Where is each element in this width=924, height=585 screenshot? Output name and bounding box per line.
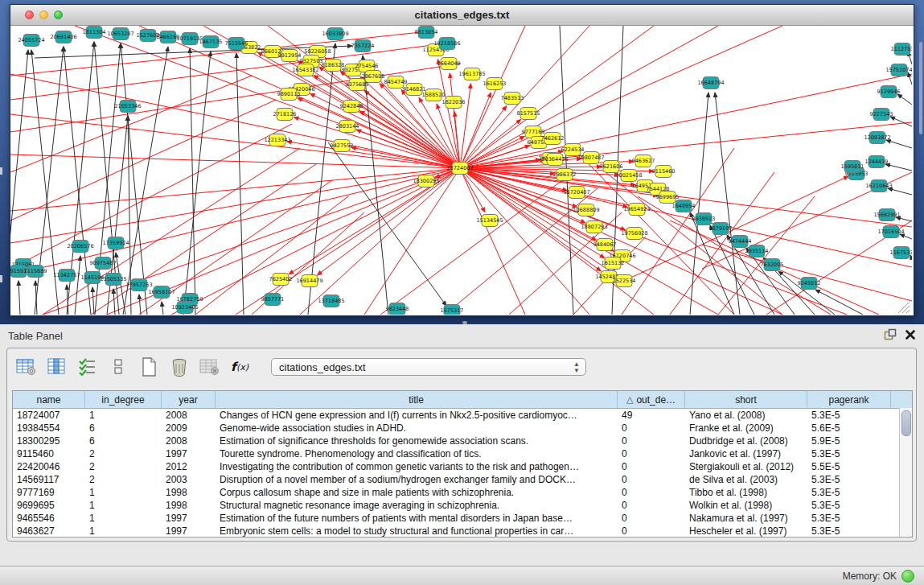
graph-node-teal[interactable]: 7632005 (761, 259, 784, 271)
table-cell[interactable]: 5.3E-5 (807, 447, 891, 460)
table-cell[interactable]: 9465546 (13, 512, 85, 525)
table-row[interactable]: 977716911998Corpus callosum shape and si… (13, 486, 912, 499)
table-cell[interactable]: 2012 (162, 460, 216, 473)
table-cell[interactable]: 5.5E-5 (807, 460, 891, 473)
graph-node-teal[interactable]: 15751074 (885, 64, 912, 76)
table-cell[interactable]: 2 (85, 460, 162, 473)
graph-node-teal[interactable]: 17359924 (102, 237, 129, 249)
delete-table-icon[interactable] (199, 356, 221, 378)
table-cell[interactable]: Structural magnetic resonance image aver… (216, 499, 618, 512)
graph-node-teal[interactable]: 12093872 (864, 132, 890, 144)
table-cell[interactable]: 6 (85, 422, 162, 435)
table-cell[interactable]: Hescheler et al. (1997) (685, 525, 807, 538)
column-header-name[interactable]: name (13, 391, 85, 408)
table-cell[interactable]: 1997 (162, 525, 216, 538)
graph-node-yellow[interactable]: 1822036 (442, 97, 466, 109)
graph-node-teal[interactable]: 11342757 (53, 270, 80, 282)
table-cell[interactable]: 2008 (162, 409, 216, 422)
graph-node-teal[interactable]: 1115689 (24, 266, 47, 278)
graph-node-yellow[interactable]: 8912954 (278, 50, 302, 62)
table-cell[interactable]: 2008 (162, 435, 216, 447)
table-cell[interactable]: 1997 (162, 447, 216, 460)
cells-icon[interactable] (107, 356, 129, 378)
graph-node-yellow[interactable]: 7625402 (269, 274, 293, 286)
graph-node-teal[interactable]: 16210643 (865, 180, 892, 192)
graph-node-teal[interactable]: 8813054 (415, 27, 438, 39)
graph-node-teal[interactable]: 9245012 (798, 278, 821, 290)
table-cell[interactable]: Franke et al. (2009) (685, 422, 807, 435)
table-cell[interactable]: 6 (85, 435, 162, 447)
table-cell[interactable]: Estimation of the future numbers of pati… (216, 512, 618, 525)
table-cell[interactable]: Estimation of significance thresholds fo… (216, 435, 618, 447)
graph-node-teal[interactable]: 9823448 (386, 303, 409, 315)
table-cell[interactable]: 5.3E-5 (807, 499, 891, 512)
graph-node-yellow[interactable]: 9242848 (340, 101, 363, 113)
table-cell[interactable]: 9777169 (13, 486, 85, 499)
table-scrollbar-thumb[interactable] (901, 410, 911, 436)
graph-node-yellow[interactable]: 2718126 (273, 109, 297, 121)
graph-node-teal[interactable]: 1595831 (841, 161, 864, 173)
table-row[interactable]: 1830029562008Estimation of significance … (13, 435, 912, 447)
graph-node-teal[interactable]: 13718485 (318, 295, 344, 307)
graph-node-teal[interactable]: 6879197 (709, 223, 733, 235)
table-cell[interactable]: 1 (85, 512, 162, 525)
table-cell[interactable]: 0 (618, 486, 685, 499)
graph-node-yellow[interactable]: 15134545 (476, 215, 503, 227)
table-row[interactable]: 946554611997Estimation of the future num… (13, 512, 912, 525)
table-row[interactable]: 1872400712008Changes of HCN gene express… (13, 409, 912, 422)
table-row[interactable]: 911546021997Tourette syndrome. Phenomeno… (13, 447, 912, 460)
graph-node-teal[interactable]: 8938923 (692, 213, 716, 225)
graph-node-teal[interactable]: 9474444 (729, 236, 752, 248)
table-cell[interactable]: 5.3E-5 (807, 486, 891, 499)
splitter-handle[interactable] (462, 321, 467, 324)
table-cell[interactable]: 18724007 (13, 409, 85, 422)
graph-node-yellow[interactable]: 2986372 (553, 169, 577, 181)
graph-node-yellow[interactable]: 9427552 (331, 140, 354, 152)
graph-node-yellow[interactable]: 2803144 (336, 121, 359, 133)
table-cell[interactable]: 5.6E-5 (807, 422, 891, 435)
table-cell[interactable]: 0 (618, 512, 685, 525)
table-cell[interactable]: Yano et al. (2008) (685, 409, 807, 422)
graph-node-yellow[interactable]: 9375685 (346, 79, 369, 91)
table-cell[interactable]: Investigating the contribution of common… (216, 460, 618, 473)
graph-node-teal[interactable]: 1112753 (891, 43, 912, 56)
float-panel-icon[interactable] (884, 328, 897, 344)
graph-node-yellow[interactable]: 7462612 (541, 133, 565, 145)
graph-node-teal[interactable]: 1244419 (865, 156, 889, 168)
table-row[interactable]: 1456911722003Disruption of a novel membe… (13, 473, 912, 486)
table-cell[interactable]: 0 (618, 422, 685, 435)
table-cell[interactable]: 1 (85, 486, 162, 499)
table-cell[interactable]: 0 (618, 473, 685, 486)
table-cell[interactable]: Corpus callosum shape and size in male p… (216, 486, 618, 499)
table-cell[interactable]: Disruption of a novel member of a sodium… (216, 473, 618, 486)
table-cell[interactable]: 1997 (162, 512, 216, 525)
table-cell[interactable]: 2009 (162, 422, 216, 435)
trash-icon[interactable] (168, 356, 191, 378)
column-header-year[interactable]: year (162, 391, 216, 408)
table-cell[interactable]: 9463627 (13, 525, 85, 538)
graph-node-yellow[interactable]: 1615132 (602, 257, 625, 270)
graph-node-teal[interactable]: 10653287 (107, 28, 133, 40)
table-select-dropdown[interactable]: citations_edges.txt ▲▼ (271, 358, 586, 376)
table-cell[interactable]: Nakamura et al. (1997) (685, 512, 807, 525)
graph-node-yellow[interactable]: 19613785 (458, 68, 485, 80)
graph-node-teal[interactable]: 20691406 (50, 31, 76, 43)
network-canvas[interactable]: 1872400776638228660123891295458226058932… (10, 26, 912, 315)
function-icon[interactable]: f(x) (229, 356, 252, 378)
graph-node-teal[interactable]: 1575317 (441, 305, 464, 315)
graph-node-yellow[interactable]: 9463627 (632, 155, 655, 167)
graph-node-teal[interactable]: 9857771 (261, 294, 285, 306)
table-cell[interactable]: 0 (618, 435, 685, 447)
table-cell[interactable]: Embryonic stem cells: a model to study s… (216, 525, 618, 538)
table-cell[interactable]: 2 (85, 447, 162, 460)
network-window-titlebar[interactable]: citations_edges.txt (10, 5, 914, 26)
table-cell[interactable]: Stergiakouli et al. (2012) (685, 460, 807, 473)
new-document-icon[interactable] (138, 356, 160, 378)
table-cell[interactable]: 22420046 (13, 460, 85, 473)
graph-node-yellow[interactable]: 9115460 (652, 166, 676, 178)
graph-node-teal[interactable]: 9227343 (870, 109, 893, 121)
graph-node-teal[interactable]: 1811304 (83, 27, 106, 39)
table-cell[interactable]: 19384554 (13, 422, 85, 435)
column-header-short[interactable]: short (685, 391, 807, 408)
table-cell[interactable]: 1998 (162, 486, 216, 499)
